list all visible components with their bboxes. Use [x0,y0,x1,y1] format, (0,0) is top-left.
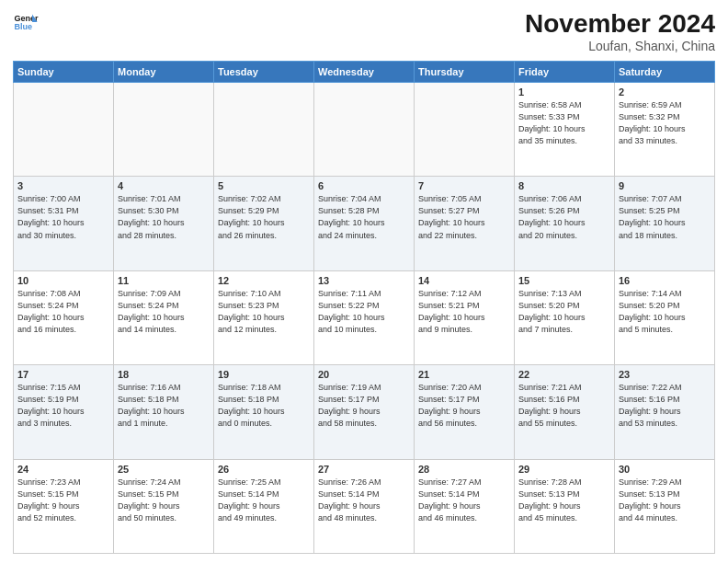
day-info-5: Sunrise: 7:02 AM Sunset: 5:29 PM Dayligh… [218,193,310,241]
day-number-4: 4 [118,180,210,191]
header-sunday: Sunday [14,62,114,83]
calendar-cell-w3-d7: 16Sunrise: 7:14 AM Sunset: 5:20 PM Dayli… [615,270,715,364]
calendar-cell-w5-d1: 24Sunrise: 7:23 AM Sunset: 5:15 PM Dayli… [14,459,114,553]
day-number-12: 12 [218,275,310,286]
calendar-cell-w1-d2 [114,83,214,177]
calendar-cell-w1-d7: 2Sunrise: 6:59 AM Sunset: 5:32 PM Daylig… [615,83,715,177]
day-info-17: Sunrise: 7:15 AM Sunset: 5:19 PM Dayligh… [17,382,109,430]
calendar-cell-w5-d5: 28Sunrise: 7:27 AM Sunset: 5:14 PM Dayli… [415,459,515,553]
day-info-30: Sunrise: 7:29 AM Sunset: 5:13 PM Dayligh… [619,477,711,524]
day-number-5: 5 [218,180,310,191]
calendar-cell-w2-d5: 7Sunrise: 7:05 AM Sunset: 5:27 PM Daylig… [415,177,515,270]
day-info-28: Sunrise: 7:27 AM Sunset: 5:14 PM Dayligh… [418,477,510,524]
day-number-14: 14 [418,275,510,286]
day-number-9: 9 [619,180,711,191]
calendar-cell-w4-d7: 23Sunrise: 7:22 AM Sunset: 5:16 PM Dayli… [615,365,715,459]
day-number-15: 15 [518,275,610,286]
day-info-4: Sunrise: 7:01 AM Sunset: 5:30 PM Dayligh… [118,193,210,241]
calendar-cell-w3-d2: 11Sunrise: 7:09 AM Sunset: 5:24 PM Dayli… [114,270,214,364]
calendar-cell-w2-d4: 6Sunrise: 7:04 AM Sunset: 5:28 PM Daylig… [314,177,415,270]
day-number-20: 20 [318,369,410,380]
day-info-12: Sunrise: 7:10 AM Sunset: 5:23 PM Dayligh… [218,288,310,336]
day-info-11: Sunrise: 7:09 AM Sunset: 5:24 PM Dayligh… [118,288,210,336]
day-number-29: 29 [518,464,610,475]
day-number-27: 27 [318,464,410,475]
header-tuesday: Tuesday [214,62,314,83]
day-number-18: 18 [118,369,210,380]
calendar-cell-w2-d3: 5Sunrise: 7:02 AM Sunset: 5:29 PM Daylig… [214,177,314,270]
day-info-29: Sunrise: 7:28 AM Sunset: 5:13 PM Dayligh… [518,477,610,524]
day-number-13: 13 [318,275,410,286]
day-number-16: 16 [619,275,711,286]
day-number-7: 7 [418,180,510,191]
day-number-26: 26 [218,464,310,475]
day-number-24: 24 [17,464,109,475]
calendar-cell-w5-d6: 29Sunrise: 7:28 AM Sunset: 5:13 PM Dayli… [515,459,615,553]
day-number-28: 28 [418,464,510,475]
week-row-5: 24Sunrise: 7:23 AM Sunset: 5:15 PM Dayli… [14,459,715,553]
day-number-8: 8 [518,180,610,191]
title-block: November 2024 Loufan, Shanxi, China [525,9,715,53]
calendar-cell-w1-d3 [214,83,314,177]
header-thursday: Thursday [415,62,515,83]
svg-text:Blue: Blue [14,22,32,31]
day-info-14: Sunrise: 7:12 AM Sunset: 5:21 PM Dayligh… [418,288,510,336]
calendar-cell-w3-d6: 15Sunrise: 7:13 AM Sunset: 5:20 PM Dayli… [515,270,615,364]
day-info-16: Sunrise: 7:14 AM Sunset: 5:20 PM Dayligh… [619,288,711,336]
calendar-cell-w2-d2: 4Sunrise: 7:01 AM Sunset: 5:30 PM Daylig… [114,177,214,270]
calendar-cell-w4-d2: 18Sunrise: 7:16 AM Sunset: 5:18 PM Dayli… [114,365,214,459]
header: General Blue November 2024 Loufan, Shanx… [13,9,715,53]
day-number-3: 3 [17,180,109,191]
location: Loufan, Shanxi, China [525,39,715,53]
header-wednesday: Wednesday [314,62,415,83]
day-info-25: Sunrise: 7:24 AM Sunset: 5:15 PM Dayligh… [118,477,210,524]
day-number-22: 22 [518,369,610,380]
calendar-cell-w5-d4: 27Sunrise: 7:26 AM Sunset: 5:14 PM Dayli… [314,459,415,553]
day-info-1: Sunrise: 6:58 AM Sunset: 5:33 PM Dayligh… [518,99,610,147]
calendar-header-row: Sunday Monday Tuesday Wednesday Thursday… [14,62,715,83]
calendar-table: Sunday Monday Tuesday Wednesday Thursday… [13,61,715,554]
calendar-cell-w4-d4: 20Sunrise: 7:19 AM Sunset: 5:17 PM Dayli… [314,365,415,459]
calendar-cell-w3-d1: 10Sunrise: 7:08 AM Sunset: 5:24 PM Dayli… [14,270,114,364]
logo-icon: General Blue [13,9,39,35]
day-number-17: 17 [17,369,109,380]
week-row-1: 1Sunrise: 6:58 AM Sunset: 5:33 PM Daylig… [14,83,715,177]
day-info-20: Sunrise: 7:19 AM Sunset: 5:17 PM Dayligh… [318,382,410,430]
day-number-11: 11 [118,275,210,286]
day-info-3: Sunrise: 7:00 AM Sunset: 5:31 PM Dayligh… [17,193,109,241]
day-info-26: Sunrise: 7:25 AM Sunset: 5:14 PM Dayligh… [218,477,310,524]
calendar-cell-w5-d7: 30Sunrise: 7:29 AM Sunset: 5:13 PM Dayli… [615,459,715,553]
page: General Blue November 2024 Loufan, Shanx… [0,0,728,563]
day-info-7: Sunrise: 7:05 AM Sunset: 5:27 PM Dayligh… [418,193,510,241]
day-info-23: Sunrise: 7:22 AM Sunset: 5:16 PM Dayligh… [619,382,711,430]
logo: General Blue [13,9,39,35]
day-number-21: 21 [418,369,510,380]
calendar-cell-w2-d6: 8Sunrise: 7:06 AM Sunset: 5:26 PM Daylig… [515,177,615,270]
header-friday: Friday [515,62,615,83]
calendar-cell-w5-d3: 26Sunrise: 7:25 AM Sunset: 5:14 PM Dayli… [214,459,314,553]
calendar-cell-w1-d1 [14,83,114,177]
day-info-9: Sunrise: 7:07 AM Sunset: 5:25 PM Dayligh… [619,193,711,241]
day-number-19: 19 [218,369,310,380]
calendar-cell-w2-d1: 3Sunrise: 7:00 AM Sunset: 5:31 PM Daylig… [14,177,114,270]
month-title: November 2024 [525,9,715,39]
day-info-10: Sunrise: 7:08 AM Sunset: 5:24 PM Dayligh… [17,288,109,336]
day-info-6: Sunrise: 7:04 AM Sunset: 5:28 PM Dayligh… [318,193,410,241]
day-info-24: Sunrise: 7:23 AM Sunset: 5:15 PM Dayligh… [17,477,109,524]
day-number-25: 25 [118,464,210,475]
day-number-10: 10 [17,275,109,286]
calendar-cell-w3-d3: 12Sunrise: 7:10 AM Sunset: 5:23 PM Dayli… [214,270,314,364]
day-info-13: Sunrise: 7:11 AM Sunset: 5:22 PM Dayligh… [318,288,410,336]
day-number-6: 6 [318,180,410,191]
calendar-cell-w2-d7: 9Sunrise: 7:07 AM Sunset: 5:25 PM Daylig… [615,177,715,270]
day-info-27: Sunrise: 7:26 AM Sunset: 5:14 PM Dayligh… [318,477,410,524]
calendar-cell-w1-d4 [314,83,415,177]
day-info-15: Sunrise: 7:13 AM Sunset: 5:20 PM Dayligh… [518,288,610,336]
week-row-3: 10Sunrise: 7:08 AM Sunset: 5:24 PM Dayli… [14,270,715,364]
header-monday: Monday [114,62,214,83]
day-number-1: 1 [518,86,610,98]
calendar-cell-w4-d1: 17Sunrise: 7:15 AM Sunset: 5:19 PM Dayli… [14,365,114,459]
day-info-2: Sunrise: 6:59 AM Sunset: 5:32 PM Dayligh… [619,99,711,147]
calendar-cell-w1-d5 [415,83,515,177]
day-info-19: Sunrise: 7:18 AM Sunset: 5:18 PM Dayligh… [218,382,310,430]
